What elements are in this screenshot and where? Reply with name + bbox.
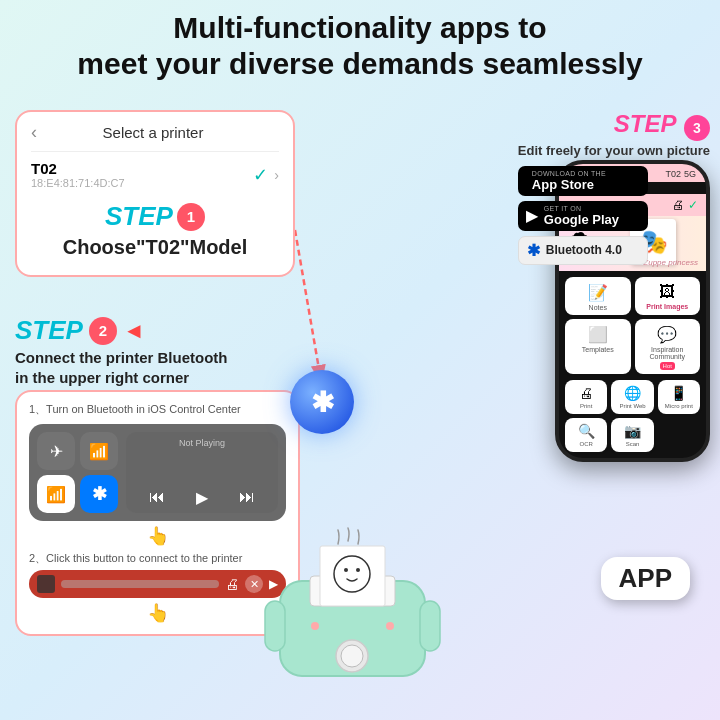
- title-line2: meet your diverse demands seamlessly: [0, 46, 720, 82]
- page-container: Multi-functionality apps to meet your di…: [0, 0, 720, 720]
- control-center-sim: ✈ 📶 📶 ✱ Not Playing ⏮ ▶ ⏭: [29, 424, 286, 521]
- print-images-icon: 🖼: [659, 283, 675, 301]
- svg-point-9: [341, 645, 363, 667]
- step3-desc: Edit freely for your own picture: [518, 143, 710, 158]
- select-printer-title: Select a printer: [47, 124, 259, 141]
- templates-cell[interactable]: ⬜ Templates: [565, 319, 631, 374]
- bluetooth-bubble: ✱: [290, 370, 354, 434]
- appstore-name: App Store: [532, 177, 606, 192]
- print-web-icon: 🌐: [624, 385, 641, 401]
- scan-icon: 📷: [624, 423, 641, 439]
- svg-point-11: [386, 622, 394, 630]
- step1-number: 1: [177, 203, 205, 231]
- ocr-icon: 🔍: [578, 423, 595, 439]
- step2-desc: Connect the printer Bluetoothin the uppe…: [15, 348, 228, 389]
- google-play-badge[interactable]: ▶ GET IT ON Google Play: [518, 201, 648, 231]
- appstore-sub: Download on the: [532, 170, 606, 177]
- svg-point-10: [311, 622, 319, 630]
- google-play-icon: ▶: [526, 206, 538, 225]
- print-cell[interactable]: 🖨 Print: [565, 380, 607, 414]
- google-play-texts: GET IT ON Google Play: [544, 205, 619, 227]
- printer-select-header: ‹ Select a printer: [31, 122, 279, 152]
- bluetooth-icon: ✱: [527, 241, 540, 260]
- notes-cell[interactable]: 📝 Notes: [565, 277, 631, 315]
- phone-app-grid: 📝 Notes 🖼 Print Images ⬜ Templates 💬 Ins…: [559, 271, 706, 380]
- print-images-label: Print Images: [646, 303, 688, 310]
- printer-id: 18:E4:81:71:4D:C7: [31, 177, 253, 189]
- print-web-cell[interactable]: 🌐 Print Web: [611, 380, 653, 414]
- title-line1: Multi-functionality apps to: [0, 10, 720, 46]
- scan-cell[interactable]: 📷 Scan: [611, 418, 653, 452]
- connect-bar-line: [61, 580, 219, 588]
- connect-bar[interactable]: 🖨 ✕ ▶: [29, 570, 286, 598]
- step2-number: 2: [89, 317, 117, 345]
- step1-desc: Choose"T02"Model: [31, 236, 279, 259]
- bluetooth-badge: ✱ Bluetooth 4.0: [518, 236, 648, 265]
- step1-badge-row: STEP 1: [31, 201, 279, 232]
- notes-icon: 📝: [588, 283, 608, 302]
- printer-select-panel: ‹ Select a printer T02 18:E4:81:71:4D:C7…: [15, 110, 295, 277]
- cc-buttons-grid: ✈ 📶 📶 ✱: [37, 432, 118, 513]
- svg-rect-2: [420, 601, 440, 651]
- ios-control-panel: 1、Turn on Bluetooth in iOS Control Cente…: [15, 390, 300, 636]
- printer-graphic: [260, 526, 445, 700]
- ios-instruction-1: 1、Turn on Bluetooth in iOS Control Cente…: [29, 402, 286, 417]
- templates-label: Templates: [582, 346, 614, 353]
- printer-name: T02: [31, 160, 253, 177]
- step2-arrow-icon: ◄: [123, 318, 145, 344]
- step1-label: STEP 1 Choose"T02"Model: [31, 201, 279, 259]
- wifi-btn[interactable]: 📶: [37, 475, 75, 513]
- appstore-texts: Download on the App Store: [532, 170, 606, 192]
- back-button[interactable]: ‹: [31, 122, 37, 143]
- printer-svg: [260, 526, 445, 696]
- svg-point-6: [344, 568, 348, 572]
- micro-print-cell[interactable]: 📱 Micro print: [658, 380, 700, 414]
- airplane-mode-btn[interactable]: ✈: [37, 432, 75, 470]
- step3-badge-row: STEP 3: [518, 110, 710, 141]
- inspiration-cell[interactable]: 💬 Inspiration Community Hot: [635, 319, 701, 374]
- connect-bar-square: [37, 575, 55, 593]
- scan-label: Scan: [626, 441, 640, 447]
- page-title-block: Multi-functionality apps to meet your di…: [0, 10, 720, 82]
- print-web-label: Print Web: [619, 403, 645, 409]
- next-icon[interactable]: ⏭: [239, 488, 255, 507]
- bluetooth-name: Bluetooth 4.0: [546, 243, 622, 257]
- print-bot-label: Print: [580, 403, 592, 409]
- inspiration-label: Inspiration Community: [639, 346, 697, 360]
- step1-word: STEP: [105, 201, 173, 232]
- print-images-cell[interactable]: 🖼 Print Images: [635, 277, 701, 315]
- step2-section: STEP 2 ◄ Connect the printer Bluetoothin…: [15, 315, 228, 397]
- step2-word: STEP: [15, 315, 83, 346]
- printer-info: T02 18:E4:81:71:4D:C7: [31, 160, 253, 189]
- finger-touch-2: 👆: [29, 602, 286, 624]
- micro-print-label: Micro print: [665, 403, 693, 409]
- notes-label: Notes: [589, 304, 607, 311]
- prev-icon[interactable]: ⏮: [149, 488, 165, 507]
- finger-touch-1: 👆: [29, 525, 286, 547]
- micro-print-icon: 📱: [670, 385, 687, 401]
- bluetooth-btn[interactable]: ✱: [80, 475, 118, 513]
- printer-icon: 🖨: [225, 576, 239, 592]
- signal-btn[interactable]: 📶: [80, 432, 118, 470]
- svg-rect-1: [265, 601, 285, 651]
- google-sub: GET IT ON: [544, 205, 619, 212]
- now-playing-text: Not Playing: [134, 438, 270, 448]
- ocr-cell[interactable]: 🔍 OCR: [565, 418, 607, 452]
- step2-header-row: STEP 2 ◄: [15, 315, 228, 346]
- check-icon: ✓: [253, 164, 268, 186]
- media-controls: ⏮ ▶ ⏭: [134, 488, 270, 507]
- print-bot-icon: 🖨: [579, 385, 593, 401]
- bluetooth-symbol: ✱: [311, 386, 334, 419]
- now-playing-widget: Not Playing ⏮ ▶ ⏭: [126, 432, 278, 513]
- templates-icon: ⬜: [588, 325, 608, 344]
- google-name: Google Play: [544, 212, 619, 227]
- app-store-badge[interactable]: Download on the App Store: [518, 166, 648, 196]
- play-icon[interactable]: ▶: [196, 488, 208, 507]
- step3-number: 3: [684, 115, 710, 141]
- step3-section: STEP 3 Edit freely for your own picture …: [518, 110, 710, 273]
- ocr-label: OCR: [579, 441, 592, 447]
- chevron-icon: ›: [274, 167, 279, 183]
- printer-row[interactable]: T02 18:E4:81:71:4D:C7 ✓ ›: [31, 160, 279, 189]
- phone-bottom-grid: 🖨 Print 🌐 Print Web 📱 Micro print 🔍 OCR …: [559, 380, 706, 458]
- svg-point-7: [356, 568, 360, 572]
